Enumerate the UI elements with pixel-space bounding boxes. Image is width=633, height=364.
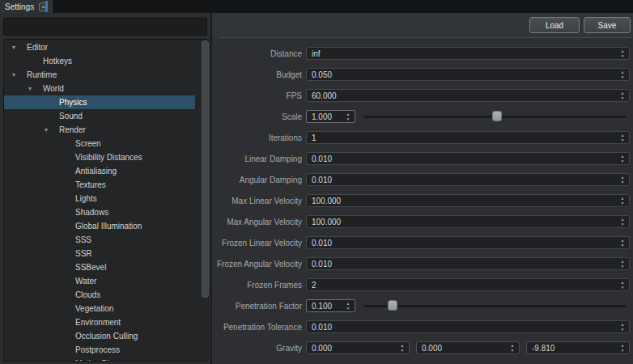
budget-field[interactable]: 0.050 ▲ ▼ bbox=[306, 68, 630, 81]
value-slider[interactable] bbox=[363, 299, 626, 312]
tree-item-label: World bbox=[43, 82, 64, 95]
frozen-angular-velocity-field[interactable]: 0.010 ▲ ▼ bbox=[306, 257, 630, 270]
tree-item-label: Sound bbox=[59, 109, 83, 123]
slider-handle[interactable] bbox=[492, 111, 502, 121]
load-button[interactable]: Load bbox=[529, 17, 580, 33]
sidebar-item-sound[interactable]: ▾ Sound bbox=[4, 109, 195, 123]
field-value: 60.000 bbox=[312, 91, 337, 100]
iterations-field[interactable]: 1 ▲ ▼ bbox=[306, 131, 630, 144]
spinner-buttons[interactable]: ▲ ▼ bbox=[618, 174, 627, 185]
spin-down-icon[interactable]: ▼ bbox=[621, 327, 625, 332]
sidebar-item-clouds[interactable]: ▾ Clouds bbox=[4, 288, 195, 302]
spinner-buttons[interactable]: ▲ ▼ bbox=[343, 111, 353, 122]
spin-down-icon[interactable]: ▼ bbox=[621, 285, 625, 290]
sidebar-item-screen[interactable]: ▾ Screen bbox=[4, 137, 195, 150]
spinner-buttons[interactable]: ▲ ▼ bbox=[343, 300, 353, 311]
spinner-buttons[interactable]: ▲ ▼ bbox=[618, 90, 627, 101]
save-button[interactable]: Save bbox=[584, 17, 631, 33]
sidebar-item-shadows[interactable]: ▾ Shadows bbox=[4, 205, 195, 219]
frozen-linear-velocity-field[interactable]: 0.010 ▲ ▼ bbox=[306, 236, 630, 249]
sidebar-item-visibility-distances[interactable]: ▾ Visibility Distances bbox=[4, 150, 195, 164]
tree-item-label: Global Illumination bbox=[75, 219, 142, 233]
sidebar-item-physics[interactable]: ▾ Physics bbox=[4, 95, 195, 109]
slider-handle[interactable] bbox=[388, 300, 397, 311]
sidebar-item-hotkeys[interactable]: ▾ Hotkeys bbox=[4, 54, 195, 68]
gravity-field-1[interactable]: 0.000 ▲ ▼ bbox=[416, 341, 520, 354]
penetration-factor-field[interactable]: 0.100 ▲ ▼ bbox=[306, 299, 355, 312]
frozen-frames-field[interactable]: 2 ▲ ▼ bbox=[306, 278, 630, 291]
value-slider[interactable] bbox=[363, 110, 626, 123]
fps-field[interactable]: 60.000 ▲ ▼ bbox=[306, 89, 630, 102]
spinner-buttons[interactable]: ▲ ▼ bbox=[618, 195, 627, 206]
tree-item-label: Shadows bbox=[75, 205, 108, 219]
chevron-down-icon[interactable]: ▾ bbox=[12, 40, 27, 54]
spinner-buttons[interactable]: ▲ ▼ bbox=[397, 342, 407, 353]
sidebar-item-global-illumination[interactable]: ▾ Global Illumination bbox=[4, 219, 195, 233]
spin-down-icon[interactable]: ▼ bbox=[621, 95, 625, 100]
spinner-buttons[interactable]: ▲ ▼ bbox=[618, 216, 627, 227]
spin-down-icon[interactable]: ▼ bbox=[621, 138, 625, 142]
sidebar-item-ssr[interactable]: ▾ SSR bbox=[4, 247, 195, 260]
field-value: 100.000 bbox=[312, 197, 341, 205]
sidebar-item-ssbevel[interactable]: ▾ SSBevel bbox=[4, 260, 195, 274]
sidebar-item-world[interactable]: ▾ World bbox=[4, 82, 195, 95]
field-value: 0.000 bbox=[312, 344, 332, 353]
field-value: 1 bbox=[312, 133, 316, 142]
sidebar-item-occlusion-culling[interactable]: ▾ Occlusion Culling bbox=[4, 329, 195, 343]
penetration-tolerance-field[interactable]: 0.010 ▲ ▼ bbox=[306, 320, 630, 333]
distance-field[interactable]: inf ▲ ▼ bbox=[306, 47, 630, 60]
spin-down-icon[interactable]: ▼ bbox=[621, 180, 625, 184]
sidebar-item-render[interactable]: ▾ Render bbox=[4, 123, 195, 137]
spin-down-icon[interactable]: ▼ bbox=[401, 348, 405, 353]
sidebar-item-sss[interactable]: ▾ SSS bbox=[4, 233, 195, 247]
sidebar-item-environment[interactable]: ▾ Environment bbox=[4, 315, 195, 329]
linear-damping-field[interactable]: 0.010 ▲ ▼ bbox=[306, 152, 630, 165]
sidebar-item-antialiasing[interactable]: ▾ Antialiasing bbox=[4, 164, 195, 178]
tree-scrollbar[interactable] bbox=[201, 40, 210, 361]
spinner-buttons[interactable]: ▲ ▼ bbox=[618, 258, 627, 269]
spinner-buttons[interactable]: ▲ ▼ bbox=[618, 153, 627, 164]
spin-down-icon[interactable]: ▼ bbox=[511, 348, 515, 353]
spin-down-icon[interactable]: ▼ bbox=[621, 53, 625, 58]
field-value: -9.810 bbox=[532, 344, 554, 353]
spin-down-icon[interactable]: ▼ bbox=[621, 243, 625, 248]
spinner-buttons[interactable]: ▲ ▼ bbox=[618, 48, 627, 59]
slider-track[interactable] bbox=[363, 305, 626, 307]
spin-down-icon[interactable]: ▼ bbox=[621, 264, 625, 269]
sidebar-item-editor[interactable]: ▾ Editor bbox=[4, 40, 195, 54]
sidebar-item-lights[interactable]: ▾ Lights bbox=[4, 192, 195, 205]
spin-down-icon[interactable]: ▼ bbox=[621, 222, 625, 226]
spinner-buttons[interactable]: ▲ ▼ bbox=[618, 342, 627, 353]
spinner-buttons[interactable]: ▲ ▼ bbox=[618, 279, 627, 290]
spinner-buttons[interactable]: ▲ ▼ bbox=[508, 342, 517, 353]
sidebar-item-vegetation[interactable]: ▾ Vegetation bbox=[4, 302, 195, 315]
field-label: Scale bbox=[212, 112, 306, 121]
search-input[interactable] bbox=[3, 18, 207, 36]
max-linear-velocity-field[interactable]: 100.000 ▲ ▼ bbox=[306, 194, 630, 207]
gravity-field-2[interactable]: -9.810 ▲ ▼ bbox=[526, 341, 630, 354]
sidebar-item-postprocess[interactable]: ▾ Postprocess bbox=[4, 343, 195, 357]
max-angular-velocity-field[interactable]: 100.000 ▲ ▼ bbox=[306, 215, 630, 228]
angular-damping-field[interactable]: 0.010 ▲ ▼ bbox=[306, 173, 630, 186]
sidebar-item-motion-blur[interactable]: ▾ Motion Blur bbox=[4, 357, 195, 362]
gravity-field-0[interactable]: 0.000 ▲ ▼ bbox=[306, 341, 410, 354]
tree-item-label: SSBevel bbox=[75, 260, 106, 274]
spin-down-icon[interactable]: ▼ bbox=[621, 74, 625, 79]
spin-down-icon[interactable]: ▼ bbox=[346, 116, 350, 121]
scale-field[interactable]: 1.000 ▲ ▼ bbox=[306, 110, 355, 123]
spinner-buttons[interactable]: ▲ ▼ bbox=[618, 132, 627, 143]
sidebar-item-runtime[interactable]: ▾ Runtime bbox=[4, 68, 195, 82]
chevron-down-icon[interactable]: ▾ bbox=[45, 123, 59, 137]
sidebar-item-water[interactable]: ▾ Water bbox=[4, 274, 195, 288]
spinner-buttons[interactable]: ▲ ▼ bbox=[618, 237, 627, 248]
spin-down-icon[interactable]: ▼ bbox=[621, 159, 625, 163]
spin-down-icon[interactable]: ▼ bbox=[621, 201, 625, 205]
spinner-buttons[interactable]: ▲ ▼ bbox=[618, 321, 627, 332]
chevron-down-icon[interactable]: ▾ bbox=[28, 82, 43, 95]
spinner-buttons[interactable]: ▲ ▼ bbox=[618, 69, 627, 80]
chevron-down-icon[interactable]: ▾ bbox=[12, 68, 27, 82]
sidebar-item-textures[interactable]: ▾ Textures bbox=[4, 178, 195, 192]
spin-down-icon[interactable]: ▼ bbox=[346, 306, 350, 311]
tree-scrollbar-thumb[interactable] bbox=[202, 40, 209, 298]
spin-down-icon[interactable]: ▼ bbox=[621, 348, 625, 353]
